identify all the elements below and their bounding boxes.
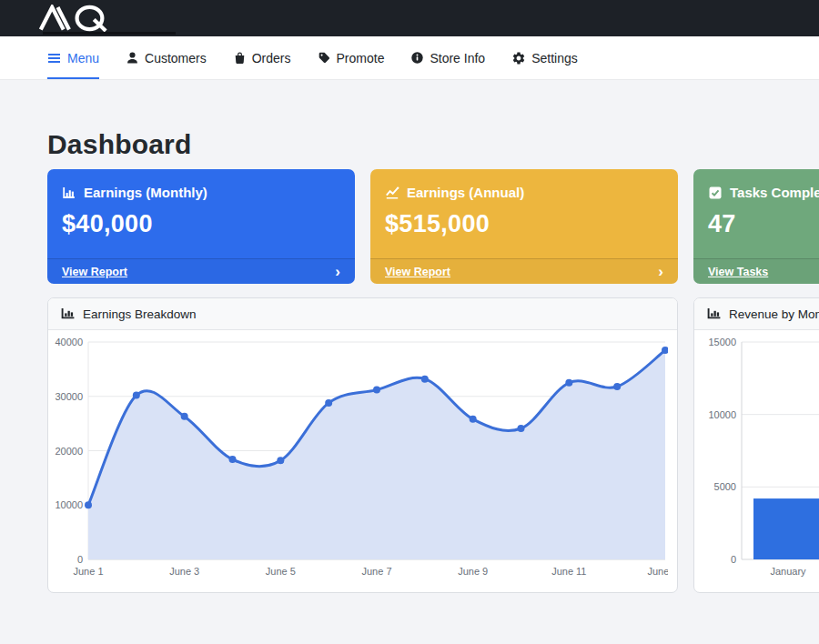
- info-circle-icon: [410, 51, 424, 65]
- card-title-row: Earnings (Monthly): [62, 185, 340, 200]
- card-title: Earnings (Monthly): [84, 185, 207, 200]
- line-chart-icon: [385, 186, 399, 200]
- card-body: Tasks Completed 47: [693, 169, 819, 238]
- nav-item-menu[interactable]: Menu: [47, 36, 99, 79]
- main-nav: Menu Customers Orders Promote: [0, 36, 819, 80]
- svg-text:June 7: June 7: [361, 566, 391, 577]
- panel-header: Revenue by Month: [694, 298, 819, 330]
- svg-text:June 1: June 1: [73, 566, 103, 577]
- svg-text:10000: 10000: [55, 499, 83, 510]
- nav-item-label: Orders: [252, 51, 291, 65]
- svg-text:January: January: [770, 566, 806, 577]
- svg-text:0: 0: [731, 554, 736, 565]
- card-title: Earnings (Annual): [407, 185, 524, 200]
- revenue-by-month-bar-chart: 050001000015000January: [700, 332, 819, 585]
- panel-header: Earnings Breakdown: [48, 298, 677, 330]
- top-navbar: [0, 0, 819, 36]
- chevron-right-icon[interactable]: ›: [658, 264, 663, 279]
- card-tasks-completed: Tasks Completed 47 View Tasks ›: [693, 169, 819, 284]
- svg-text:June 9: June 9: [458, 566, 488, 577]
- nav-item-label: Settings: [531, 51, 578, 65]
- brand-shadow-line: [43, 32, 176, 35]
- main-content: Dashboard Earnings (Monthly) $40,000: [0, 129, 819, 593]
- nav-item-label: Store Info: [430, 51, 485, 65]
- shopping-bag-icon: [233, 51, 247, 65]
- card-footer: View Tasks ›: [693, 258, 819, 284]
- bar-chart-icon: [707, 307, 722, 321]
- card-earnings-annual: Earnings (Annual) $515,000 View Report ›: [370, 169, 678, 284]
- svg-text:40000: 40000: [55, 337, 83, 347]
- stat-cards-row: Earnings (Monthly) $40,000 View Report ›: [47, 169, 819, 284]
- card-value: $515,000: [385, 210, 663, 238]
- view-report-link[interactable]: View Report: [385, 266, 450, 278]
- nav-item-orders[interactable]: Orders: [233, 36, 291, 79]
- svg-text:June 3: June 3: [169, 566, 199, 577]
- app-viewport: Menu Customers Orders Promote: [0, 0, 819, 644]
- page-title: Dashboard: [47, 129, 819, 160]
- panel-body: 010000200003000040000June 1June 3June 5J…: [48, 330, 677, 593]
- svg-text:June 11: June 11: [551, 566, 586, 577]
- card-value: $40,000: [62, 210, 340, 238]
- card-title: Tasks Completed: [730, 185, 819, 200]
- card-earnings-monthly: Earnings (Monthly) $40,000 View Report ›: [47, 169, 355, 284]
- nav-item-settings[interactable]: Settings: [511, 36, 578, 79]
- view-report-link[interactable]: View Report: [62, 266, 127, 278]
- panel-earnings-breakdown: Earnings Breakdown 010000200003000040000…: [47, 297, 678, 593]
- card-title-row: Earnings (Annual): [385, 185, 663, 200]
- svg-text:15000: 15000: [708, 337, 736, 347]
- check-square-icon: [708, 186, 723, 200]
- svg-text:5000: 5000: [714, 481, 736, 492]
- panel-body: 050001000015000January: [694, 330, 819, 593]
- nav-item-promote[interactable]: Promote: [318, 36, 385, 79]
- card-value: 47: [708, 210, 819, 238]
- nav-item-customers[interactable]: Customers: [126, 36, 207, 79]
- nav-item-label: Customers: [145, 51, 207, 65]
- panel-title: Earnings Breakdown: [83, 307, 197, 321]
- card-footer: View Report ›: [370, 258, 678, 284]
- hamburger-icon: [47, 52, 62, 65]
- person-icon: [126, 51, 139, 65]
- nav-item-label: Promote: [337, 51, 385, 65]
- view-tasks-link[interactable]: View Tasks: [708, 266, 768, 278]
- svg-text:20000: 20000: [55, 446, 83, 457]
- card-body: Earnings (Monthly) $40,000: [47, 169, 355, 238]
- nav-item-label: Menu: [67, 51, 99, 65]
- panel-revenue-by-month: Revenue by Month 050001000015000January: [693, 297, 819, 593]
- bar-chart-icon: [61, 307, 76, 321]
- panel-title: Revenue by Month: [729, 307, 819, 321]
- brand-logo[interactable]: [36, 5, 120, 32]
- svg-text:10000: 10000: [708, 409, 736, 420]
- tag-icon: [318, 51, 331, 65]
- chart-panels-row: Earnings Breakdown 010000200003000040000…: [47, 297, 819, 593]
- bar-chart-icon: [62, 186, 76, 200]
- card-title-row: Tasks Completed: [708, 185, 819, 200]
- card-footer: View Report ›: [47, 258, 355, 284]
- gear-icon: [511, 51, 526, 65]
- card-body: Earnings (Annual) $515,000: [370, 169, 678, 238]
- chevron-right-icon[interactable]: ›: [335, 264, 340, 279]
- earnings-breakdown-line-chart: 010000200003000040000June 1June 3June 5J…: [54, 332, 668, 585]
- svg-text:0: 0: [77, 554, 83, 565]
- svg-text:30000: 30000: [55, 391, 83, 402]
- svg-text:June 13: June 13: [647, 566, 668, 577]
- nav-item-store-info[interactable]: Store Info: [410, 36, 485, 79]
- svg-text:June 5: June 5: [266, 566, 296, 577]
